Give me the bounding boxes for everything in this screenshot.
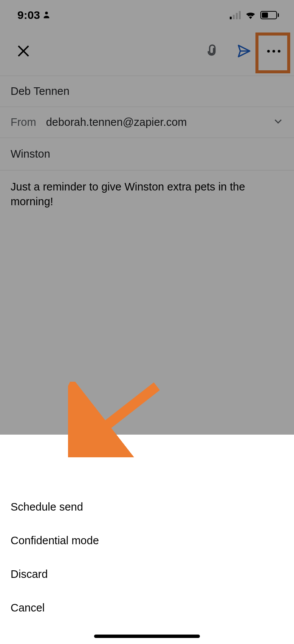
battery-icon (260, 11, 279, 19)
subject-field[interactable]: Winston (0, 138, 294, 170)
sheet-item-schedule-send[interactable]: Schedule send (0, 490, 294, 524)
sheet-item-confidential-mode[interactable]: Confidential mode (0, 524, 294, 557)
wifi-icon (244, 10, 257, 20)
svg-point-0 (45, 12, 48, 14)
attach-button[interactable] (200, 39, 224, 63)
cellular-signal-icon (230, 11, 241, 19)
chevron-down-icon[interactable] (273, 116, 283, 129)
to-recipient-name: Deb Tennen (11, 85, 70, 98)
from-field[interactable]: From deborah.tennen@zapier.com (0, 107, 294, 138)
from-address: deborah.tennen@zapier.com (46, 116, 187, 128)
status-right (230, 10, 279, 20)
close-button[interactable] (11, 39, 36, 63)
sheet-item-discard[interactable]: Discard (0, 557, 294, 591)
from-label: From (11, 116, 36, 128)
action-sheet: Schedule send Confidential mode Discard … (0, 488, 294, 644)
more-options-button[interactable] (262, 39, 286, 63)
sheet-item-label: Confidential mode (11, 534, 99, 546)
sheet-item-label: Schedule send (11, 501, 83, 513)
person-icon (42, 9, 51, 22)
home-indicator[interactable] (94, 635, 200, 638)
body-text: Just a reminder to give Winston extra pe… (11, 181, 245, 207)
to-field[interactable]: Deb Tennen (0, 76, 294, 107)
status-bar: 9:03 (0, 0, 294, 30)
sheet-item-cancel[interactable]: Cancel (0, 591, 294, 625)
more-icon (267, 50, 280, 53)
status-time: 9:03 (17, 9, 40, 22)
send-button[interactable] (232, 39, 256, 63)
screen: 9:03 (0, 0, 294, 644)
compose-toolbar (0, 30, 294, 72)
subject-text: Winston (11, 148, 50, 160)
sheet-item-label: Cancel (11, 602, 45, 614)
sheet-item-label: Discard (11, 568, 48, 580)
status-left: 9:03 (17, 9, 51, 22)
body-field[interactable]: Just a reminder to give Winston extra pe… (0, 170, 294, 218)
